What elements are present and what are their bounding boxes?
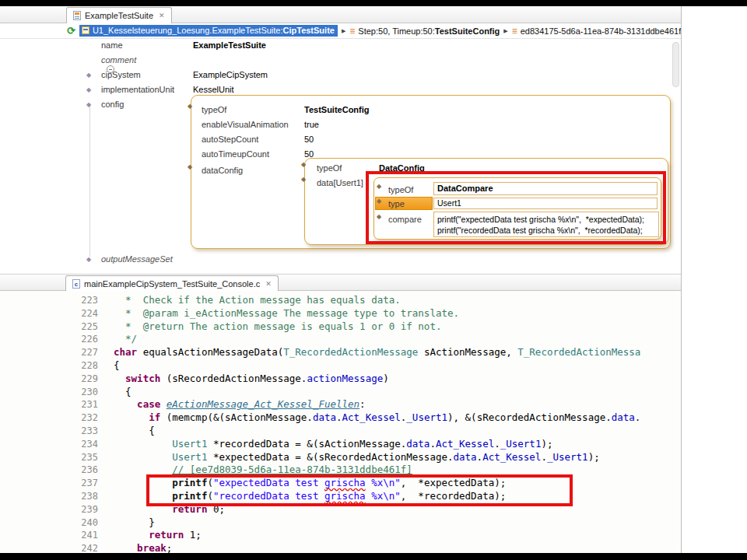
- expand-diamond-icon[interactable]: ◆: [86, 72, 91, 79]
- property-enablevisualanimation-value[interactable]: true: [304, 120, 319, 129]
- property-compare-label: compare: [388, 215, 422, 224]
- property-data-usert1-label: data[Usert1]: [317, 178, 363, 187]
- config-list-icon: ≡: [349, 26, 355, 36]
- code-lines: * Check if the Action message has equals…: [114, 294, 681, 553]
- expand-diamond-icon[interactable]: ◆: [86, 102, 91, 108]
- config-list-icon: ≡: [512, 26, 517, 36]
- breadcrumb: ⟳ U1_Kesselsteuerung_Loesung.ExampleTest…: [0, 23, 681, 39]
- testsuite-icon: [82, 26, 89, 34]
- expand-diamond-icon[interactable]: ◆: [301, 177, 306, 183]
- property-name-value[interactable]: ExampleTestSuite: [193, 40, 266, 50]
- property-compare-field[interactable]: printf("expectedData test grischa %x\n",…: [433, 212, 659, 237]
- tree-connector-line: [89, 106, 90, 257]
- expand-diamond-icon[interactable]: ◆: [86, 257, 91, 263]
- property-autostepcount-label: autoStepCount: [202, 135, 258, 144]
- expand-diamond-icon[interactable]: ◆: [188, 103, 192, 110]
- property-name-label: name: [101, 40, 123, 50]
- expand-diamond-icon[interactable]: ◆: [377, 214, 381, 220]
- property-outputmessageset-label: outputMessageSet: [101, 254, 173, 264]
- fold-collapse-icon[interactable]: [107, 65, 114, 73]
- property-typeof-value[interactable]: TestSuiteConfig: [304, 105, 370, 114]
- property-typeof-value[interactable]: DataConfig: [379, 163, 425, 173]
- close-icon[interactable]: ✕: [265, 281, 272, 288]
- expand-diamond-icon[interactable]: ◆: [377, 198, 381, 205]
- property-dataconfig-label: dataConfig: [202, 166, 243, 175]
- property-cipsystem-value[interactable]: ExampleCipSystem: [193, 70, 268, 79]
- breadcrumb-item-testsuiteconfig[interactable]: ≡ Step:50, Timeup:50:TestSuiteConfig: [349, 26, 500, 36]
- property-implementationunit-value[interactable]: KesselUnit: [193, 85, 234, 94]
- screen-bezel-bottom: [0, 553, 747, 560]
- fold-margin: [101, 294, 114, 553]
- tab-label: ExampleTestSuite: [85, 11, 153, 20]
- config-group-panel: ◆ typeOf TestSuiteConfig enableVisualAni…: [191, 95, 671, 249]
- ide-window: ExampleTestSuite ✕ ⟳ U1_Kesselsteuerung_…: [0, 6, 682, 553]
- breadcrumb-text: ed834175-5d6a-11ea-874b-3131ddbe461f:Dat…: [521, 26, 681, 36]
- property-enablevisualanimation-label: enableVisualAnimation: [202, 120, 289, 129]
- expand-diamond-icon[interactable]: ◆: [301, 162, 306, 168]
- code-editor[interactable]: 2232242252262272282292302312322332342352…: [0, 291, 681, 553]
- property-typeof-label: typeOf: [388, 185, 413, 194]
- dataconfig-group-panel: ◆ typeOf DataConfig ◆ data[Usert1] ◆ typ…: [304, 158, 668, 245]
- expand-diamond-icon[interactable]: ◆: [377, 184, 381, 190]
- datacompare-group-panel: ◆ typeOf DataCompare ◆ type Usert1 ◆ com…: [374, 177, 661, 240]
- expand-diamond-icon[interactable]: ◆: [86, 87, 91, 93]
- code-gutter: 2232242252262272282292302312322332342352…: [0, 294, 101, 553]
- property-typeof-label: typeOf: [202, 105, 226, 114]
- property-type-label: type: [388, 199, 405, 208]
- breadcrumb-text: Step:50, Timeup:50:TestSuiteConfig: [358, 26, 500, 36]
- breadcrumb-item-ciptestsuite[interactable]: U1_Kesselsteuerung_Loesung.ExampleTestSu…: [79, 25, 338, 37]
- property-config-label: config: [101, 100, 124, 109]
- chevron-right-icon: ▶: [342, 28, 345, 34]
- validate-icon[interactable]: ⟳: [67, 26, 75, 36]
- property-type-field[interactable]: Usert1: [433, 198, 658, 209]
- close-icon[interactable]: ✕: [159, 12, 165, 19]
- code-editor-tabbar: c mainExampleCipSystem_TestSuite_Console…: [0, 274, 681, 291]
- model-editor-tabbar: ExampleTestSuite ✕: [0, 6, 681, 23]
- tab-example-test-suite[interactable]: ExampleTestSuite ✕: [66, 7, 172, 23]
- vertical-scrollbar-thumb[interactable]: [672, 42, 679, 87]
- property-autostepcount-value[interactable]: 50: [304, 135, 314, 144]
- tab-label: mainExampleCipSystem_TestSuite_Console.c: [84, 279, 260, 289]
- tab-console-c-file[interactable]: c mainExampleCipSystem_TestSuite_Console…: [65, 275, 279, 292]
- model-editor-icon: [73, 11, 81, 20]
- expand-diamond-icon[interactable]: ◆: [188, 164, 192, 170]
- screen-bezel-top: [0, 0, 747, 6]
- property-comment-label: comment: [101, 55, 136, 65]
- breadcrumb-text: U1_Kesselsteuerung_Loesung.ExampleTestSu…: [93, 26, 335, 35]
- property-autotimeupcount-label: autoTimeupCount: [202, 149, 269, 159]
- property-typeof-label: typeOf: [317, 163, 342, 173]
- breadcrumb-item-dataconfig[interactable]: ≡ ed834175-5d6a-11ea-874b-3131ddbe461f:D…: [512, 26, 681, 36]
- property-implementationunit-label: implementationUnit: [101, 85, 174, 94]
- c-file-icon: c: [72, 279, 80, 289]
- property-typeof-field[interactable]: DataCompare: [433, 182, 658, 195]
- chevron-right-icon: ▶: [503, 28, 507, 34]
